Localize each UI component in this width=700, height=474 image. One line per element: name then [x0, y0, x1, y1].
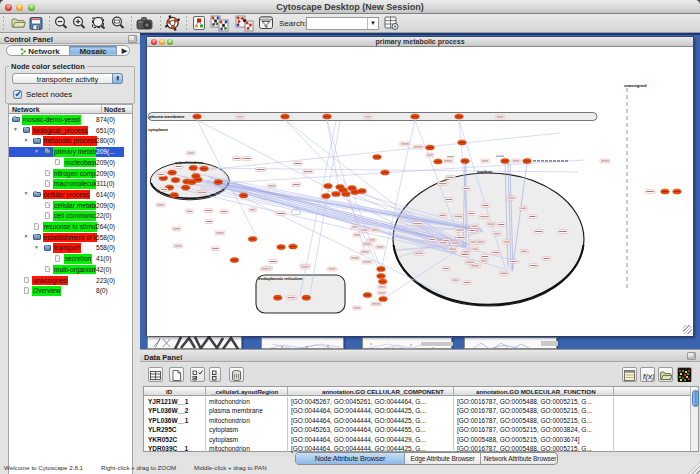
- svg-text:unassigned: unassigned: [624, 83, 647, 88]
- svg-text:endoplasmic reticulum: endoplasmic reticulum: [259, 276, 303, 281]
- svg-text:f(x): f(x): [643, 372, 654, 381]
- svg-text:cytoplasm: cytoplasm: [148, 127, 168, 132]
- svg-text:mitochondrion: mitochondrion: [175, 160, 204, 165]
- svg-text:plasma membrane: plasma membrane: [149, 114, 185, 119]
- svg-text:nucleus: nucleus: [477, 169, 493, 174]
